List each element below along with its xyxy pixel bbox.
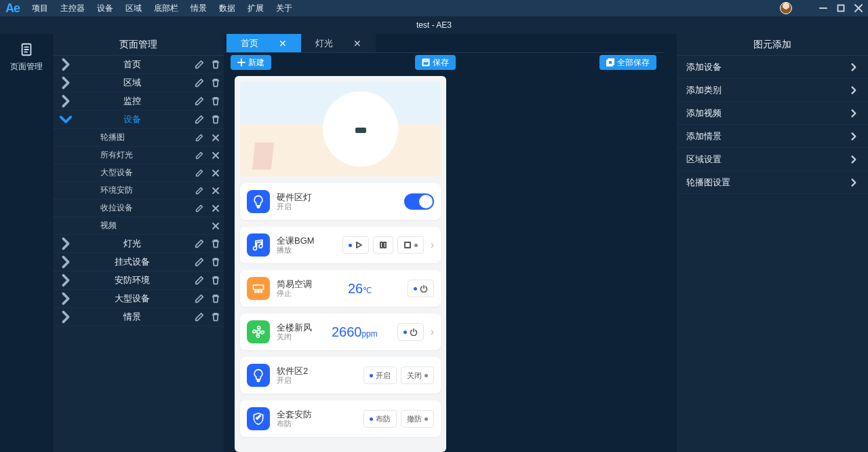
device-card[interactable]: 简易空调停止26℃ — [240, 270, 441, 307]
tab-close-icon[interactable]: ✕ — [279, 38, 287, 49]
maximize-icon[interactable] — [837, 4, 845, 12]
remove-icon[interactable] — [208, 151, 224, 159]
delete-icon[interactable] — [208, 115, 224, 124]
tab-light[interactable]: 灯光 ✕ — [301, 34, 376, 52]
on-button[interactable]: 布防 — [363, 410, 397, 428]
menu-project[interactable]: 项目 — [32, 3, 48, 14]
tree-row[interactable]: 挂式设备 — [53, 253, 224, 271]
edit-icon[interactable] — [191, 239, 208, 248]
remove-icon[interactable] — [208, 187, 224, 195]
play-button[interactable] — [342, 236, 369, 254]
chevron-right-icon[interactable] — [58, 273, 73, 288]
right-panel-item[interactable]: 轮播图设置 — [677, 171, 868, 194]
close-icon[interactable] — [854, 4, 863, 12]
stop-button[interactable] — [397, 236, 424, 254]
new-button[interactable]: 新建 — [231, 55, 271, 70]
device-card[interactable]: 硬件区灯开启 — [240, 183, 441, 220]
tree-row[interactable]: 灯光 — [53, 235, 224, 253]
banner-image[interactable] — [240, 81, 441, 176]
tree-subrow[interactable]: 大型设备 — [53, 164, 224, 182]
chevron-right-icon[interactable] — [58, 57, 73, 72]
rail-page-manage[interactable]: 页面管理 — [10, 42, 43, 73]
delete-icon[interactable] — [208, 78, 224, 88]
edit-icon[interactable] — [191, 312, 208, 322]
tree-subrow[interactable]: 收拉设备 — [53, 200, 224, 217]
right-panel-item[interactable]: 添加视频 — [677, 102, 868, 125]
remove-icon[interactable] — [208, 222, 224, 230]
toggle-switch[interactable] — [404, 193, 434, 210]
delete-icon[interactable] — [208, 60, 224, 69]
device-card[interactable]: 全课BGM播放› — [240, 227, 441, 263]
menu-bottombar[interactable]: 底部栏 — [154, 3, 178, 14]
tab-home[interactable]: 首页 ✕ — [226, 34, 301, 52]
chevron-right-icon[interactable] — [58, 291, 73, 306]
remove-icon[interactable] — [208, 134, 224, 142]
remove-icon[interactable] — [208, 204, 224, 212]
device-card[interactable]: 全套安防布防布防撤防 — [240, 400, 441, 437]
delete-icon[interactable] — [208, 257, 224, 267]
chevron-right-icon[interactable] — [58, 255, 73, 269]
delete-icon[interactable] — [208, 294, 224, 303]
chevron-down-icon[interactable] — [58, 112, 73, 127]
pause-button[interactable] — [373, 236, 393, 254]
tree-row[interactable]: 情景 — [53, 308, 224, 326]
power-button[interactable] — [397, 323, 424, 341]
edit-icon[interactable] — [191, 96, 208, 106]
chevron-right-icon[interactable] — [58, 236, 73, 251]
edit-icon[interactable] — [191, 169, 208, 177]
edit-icon[interactable] — [191, 187, 208, 195]
chevron-right-icon[interactable] — [58, 309, 73, 324]
menu-scene[interactable]: 情景 — [191, 3, 207, 14]
tree-subrow[interactable]: 轮播图 — [53, 129, 224, 147]
delete-icon[interactable] — [208, 312, 224, 322]
card-title: 全楼新风 — [277, 322, 312, 333]
edit-icon[interactable] — [191, 294, 208, 303]
power-button[interactable] — [408, 280, 434, 297]
tree-subrow[interactable]: 所有灯光 — [53, 147, 224, 164]
edit-icon[interactable] — [191, 204, 208, 212]
tree-row[interactable]: 大型设备 — [53, 290, 224, 308]
right-panel-item[interactable]: 添加类别 — [677, 79, 868, 102]
menu-extension[interactable]: 扩展 — [248, 3, 264, 14]
device-card[interactable]: 全楼新风关闭2660ppm› — [240, 314, 441, 350]
menu-data[interactable]: 数据 — [219, 3, 235, 14]
edit-icon[interactable] — [191, 134, 208, 142]
off-button[interactable]: 撤防 — [401, 410, 434, 428]
right-panel-item[interactable]: 区域设置 — [677, 148, 868, 171]
tree-row[interactable]: 区域 — [53, 74, 224, 92]
menu-controller[interactable]: 主控器 — [60, 3, 85, 14]
right-panel-item[interactable]: 添加设备 — [677, 56, 868, 79]
tree-row[interactable]: 监控 — [53, 92, 224, 111]
edit-icon[interactable] — [191, 257, 208, 267]
tree-subrow[interactable]: 视频 — [53, 217, 224, 235]
edit-icon[interactable] — [191, 276, 208, 285]
delete-icon[interactable] — [208, 276, 224, 285]
user-avatar[interactable] — [780, 2, 792, 14]
menu-device[interactable]: 设备 — [97, 3, 113, 14]
delete-icon[interactable] — [208, 96, 224, 106]
edit-icon[interactable] — [191, 151, 208, 159]
chevron-right-icon[interactable] — [58, 94, 73, 109]
tab-close-icon[interactable]: ✕ — [353, 38, 361, 49]
minimize-icon[interactable] — [819, 4, 827, 12]
menu-about[interactable]: 关于 — [276, 3, 292, 14]
save-all-button[interactable]: 全部保存 — [599, 55, 656, 70]
on-button[interactable]: 开启 — [363, 366, 397, 384]
delete-icon[interactable] — [208, 239, 224, 248]
tree-subrow[interactable]: 环境安防 — [53, 182, 224, 200]
tree-row[interactable]: 安防环境 — [53, 271, 224, 290]
chevron-right-icon[interactable]: › — [431, 239, 434, 251]
chevron-right-icon[interactable]: › — [431, 326, 434, 338]
remove-icon[interactable] — [208, 169, 224, 177]
off-button[interactable]: 关闭 — [401, 366, 434, 384]
right-panel-item[interactable]: 添加情景 — [677, 125, 868, 148]
chevron-right-icon[interactable] — [58, 75, 73, 90]
tree-row[interactable]: 首页 — [53, 56, 224, 74]
device-card[interactable]: 软件区2开启开启关闭 — [240, 357, 441, 394]
edit-icon[interactable] — [191, 115, 208, 124]
menu-area[interactable]: 区域 — [125, 3, 142, 14]
save-button[interactable]: 保存 — [415, 55, 456, 70]
edit-icon[interactable] — [191, 78, 208, 88]
tree-row[interactable]: 设备 — [53, 111, 224, 129]
edit-icon[interactable] — [191, 60, 208, 69]
